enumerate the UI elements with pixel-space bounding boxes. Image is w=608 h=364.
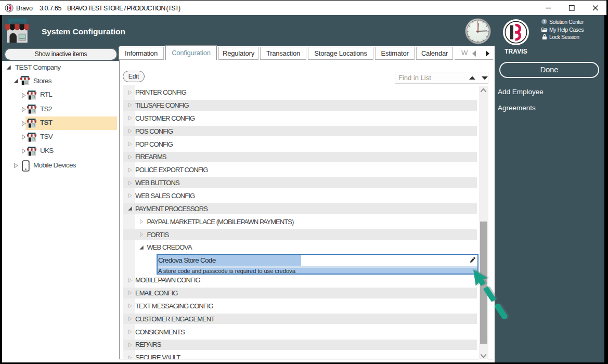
svg-text:?: ? (543, 19, 546, 24)
